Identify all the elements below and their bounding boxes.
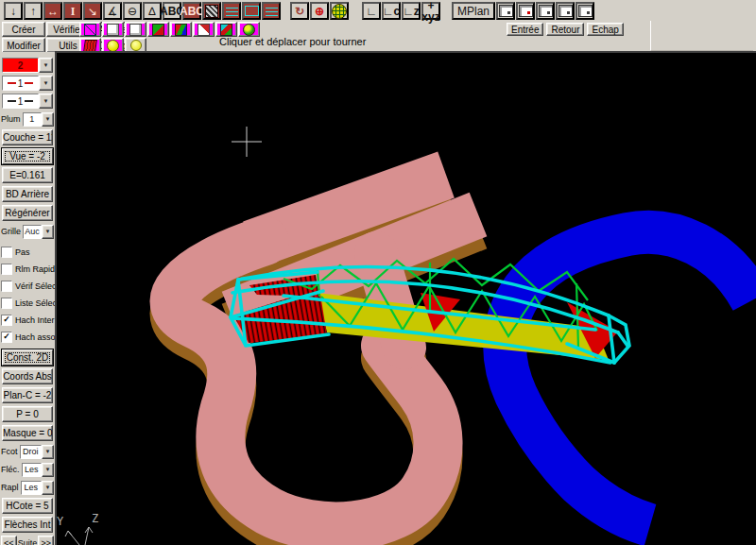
mplan-button[interactable]: MPlan	[452, 2, 495, 20]
rlm-rapid-checkbox[interactable]: Rlm Rapid	[1, 263, 54, 275]
rapl-row: Rapl Les ▼	[1, 480, 54, 495]
pen-color-select[interactable]: 2 ▼	[2, 58, 53, 73]
linetype-2-select[interactable]: 1 ▼	[2, 94, 53, 109]
echelle-button[interactable]: E=0.161	[2, 167, 53, 183]
view-recall-5-button[interactable]	[576, 2, 594, 20]
axis-c-button[interactable]: ∟c	[382, 2, 401, 20]
const-2d-button[interactable]: Const. 2D	[2, 349, 53, 366]
globe-button[interactable]	[330, 2, 349, 20]
vue-button[interactable]: Vue = -2	[2, 148, 53, 164]
shaded-view-button[interactable]	[170, 22, 192, 37]
plum-select[interactable]: 1 ▼	[23, 112, 54, 127]
grille-value: Auc	[23, 225, 42, 239]
left-control-sidebar: 2 ▼ 1 ▼ 1 ▼ Plum 1 ▼ Couche = 11 Vue = -…	[0, 52, 55, 545]
dim-horizontal-button[interactable]: ↔	[43, 2, 62, 20]
wireframe-view-button[interactable]	[79, 22, 101, 37]
linetype-sample-icon	[8, 100, 16, 102]
text-abc-button[interactable]: ABC	[163, 2, 181, 20]
flec-select[interactable]: Les ▼	[22, 463, 54, 477]
coords-abs-button[interactable]: Coords Abs	[2, 368, 53, 384]
checkbox-box[interactable]: ✓	[1, 332, 12, 343]
target-point-button[interactable]: ⊕	[310, 2, 329, 20]
checkbox-box[interactable]	[1, 298, 12, 309]
dim-diagonal-button[interactable]: ↘	[83, 2, 102, 20]
hcote-button[interactable]: HCote = 5	[2, 498, 53, 514]
checkbox-box[interactable]	[1, 264, 12, 275]
list-options-button[interactable]	[222, 2, 241, 20]
view-recall-2-button[interactable]	[516, 2, 535, 20]
display-mode-row-1	[79, 22, 260, 37]
chevron-down-icon[interactable]: ▼	[39, 58, 53, 73]
couche-button[interactable]: Couche = 11	[2, 129, 53, 145]
status-message: Cliquer et déplacer pour tourner	[219, 36, 366, 47]
list-options-2-button[interactable]	[262, 2, 281, 20]
checkbox-box[interactable]: ✓	[1, 315, 12, 326]
suite-pager: << Suite >>	[1, 536, 54, 545]
text-abc-active-button[interactable]: ABC	[182, 2, 201, 20]
dim-vertical-button[interactable]: I	[63, 2, 82, 20]
fcot-select[interactable]: Droi ▼	[20, 445, 54, 459]
view-recall-1-button[interactable]	[496, 2, 515, 20]
chevron-down-icon[interactable]: ▼	[39, 94, 53, 109]
menu-creer-button[interactable]: Créer	[2, 22, 45, 37]
verif-selec-checkbox[interactable]: Vérif Sélec	[1, 280, 54, 292]
grille-row: Grille Auc ▼	[1, 224, 54, 239]
flec-row: Fléc. Les ▼	[1, 462, 54, 477]
retour-button[interactable]: Retour	[546, 23, 584, 36]
scene-3d: Y Z	[57, 53, 756, 545]
rectangle-tool-button[interactable]	[242, 2, 261, 20]
drawing-canvas[interactable]: Y Z	[55, 51, 756, 545]
echap-button[interactable]: Echap	[587, 23, 623, 36]
pas-checkbox[interactable]: Pas	[1, 246, 54, 258]
chevron-down-icon[interactable]: ▼	[42, 481, 54, 495]
checkbox-box[interactable]	[1, 281, 12, 292]
dim-angular-button[interactable]: ∡	[103, 2, 122, 20]
toolbar-group-gap	[350, 2, 361, 20]
pager-next-button[interactable]: >>	[38, 536, 54, 545]
pager-prev-button[interactable]: <<	[1, 536, 17, 545]
dim-angle-button[interactable]: ∆	[143, 2, 162, 20]
hidden-line-view-button[interactable]	[102, 22, 124, 37]
grille-select[interactable]: Auc ▼	[23, 225, 54, 239]
edit-shade-view-button[interactable]	[193, 22, 215, 37]
coords-readout-button[interactable]: + xyz	[421, 2, 440, 20]
rapl-select[interactable]: Les ▼	[21, 481, 54, 495]
regenerer-button[interactable]: Régénérer	[2, 205, 53, 221]
view-recall-3-button[interactable]	[536, 2, 555, 20]
rotate-shaded-view-button[interactable]	[215, 22, 237, 37]
checkbox-group: Pas Rlm Rapid Vérif Sélec Liste Sélec ✓ …	[1, 246, 54, 343]
chevron-down-icon[interactable]: ▼	[42, 225, 54, 239]
menu-modifier-button[interactable]: Modifier	[2, 38, 45, 53]
plan-c-button[interactable]: Plan-C = -2	[2, 387, 53, 403]
linetype-1-select[interactable]: 1 ▼	[2, 76, 53, 91]
checkbox-box[interactable]	[1, 247, 12, 258]
hidden-line-2-view-button[interactable]	[125, 22, 146, 37]
hach-inter-checkbox[interactable]: ✓ Hach Inter	[1, 314, 54, 326]
axis-z-button[interactable]: ∟z	[402, 2, 421, 20]
bd-arriere-button[interactable]: BD Arrière	[2, 186, 53, 202]
scroll-up-button[interactable]: ↑	[24, 2, 43, 20]
fcot-value: Droi	[20, 445, 42, 459]
chevron-down-icon[interactable]: ▼	[39, 76, 53, 91]
axis-indicator	[65, 527, 93, 545]
crosshair-cursor	[232, 127, 262, 157]
liste-selec-checkbox[interactable]: Liste Sélec	[1, 297, 54, 309]
fleches-int-button[interactable]: Flèches Int	[2, 517, 53, 533]
color-faces-view-button[interactable]	[147, 22, 169, 37]
p-button[interactable]: P = 0	[2, 406, 53, 422]
hatch-pattern-button[interactable]	[202, 2, 221, 20]
entree-button[interactable]: Entrée	[507, 23, 543, 36]
shaded-sphere-view-button[interactable]	[238, 22, 260, 37]
hach-asso-checkbox[interactable]: ✓ Hach asso	[1, 331, 54, 343]
pager-label: Suite	[18, 538, 38, 545]
scroll-down-button[interactable]: ↓	[4, 2, 23, 20]
rotate-view-button[interactable]: ↻	[290, 2, 309, 20]
chevron-down-icon[interactable]: ▼	[42, 112, 54, 127]
dim-diameter-button[interactable]: ⊖	[123, 2, 142, 20]
masque-button[interactable]: Masque = 0	[2, 425, 53, 441]
axis-origin-button[interactable]: ∟	[362, 2, 381, 20]
toolbar-row-1: ↓↑↔I↘∡⊖∆ABCABC↻⊕∟∟c∟z+ xyzMPlan	[4, 2, 594, 20]
view-recall-4-button[interactable]	[556, 2, 575, 20]
chevron-down-icon[interactable]: ▼	[42, 463, 54, 477]
chevron-down-icon[interactable]: ▼	[42, 445, 54, 459]
